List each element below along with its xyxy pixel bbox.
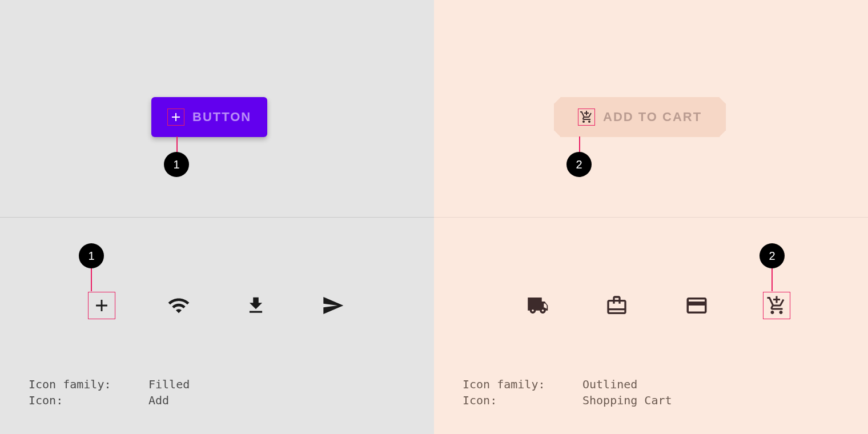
callout-line <box>91 268 92 291</box>
plus-icon <box>167 108 184 126</box>
callout-badge-1-row: 1 <box>79 243 104 268</box>
icon-spec-left: 1 Icon family: Filled Icon: <box>0 217 434 434</box>
meta-family-value: Outlined <box>582 376 637 392</box>
meta-icon-label: Icon: <box>29 392 148 408</box>
contained-button[interactable]: BUTTON <box>151 97 267 137</box>
meta-icon-value: Shopping Cart <box>582 392 672 408</box>
callout-line <box>771 268 773 291</box>
meta-family-value: Filled <box>148 376 190 392</box>
button-label: ADD TO CART <box>603 110 702 124</box>
callout-line <box>176 136 178 152</box>
button-label: BUTTON <box>192 110 251 124</box>
panel-outlined: ADD TO CART 2 2 Icon f <box>434 0 868 434</box>
add-to-cart-button[interactable]: ADD TO CART <box>554 97 726 137</box>
meta-family-label: Icon family: <box>29 376 148 392</box>
icon-spec-right: 2 Icon family: Outlined Icon: <box>434 217 868 434</box>
callout-badge-2: 2 <box>566 152 592 177</box>
credit-card-icon <box>683 292 710 319</box>
truck-icon <box>523 292 550 319</box>
plus-icon <box>88 292 115 319</box>
meta-right: Icon family: Outlined Icon: Shopping Car… <box>463 376 672 408</box>
wifi-icon <box>165 292 192 319</box>
icon-row-left <box>0 292 434 319</box>
briefcase-icon <box>603 292 630 319</box>
meta-family-label: Icon family: <box>463 376 582 392</box>
callout-badge-2-row: 2 <box>760 243 785 268</box>
add-shopping-cart-icon <box>578 108 595 126</box>
example-area-right: ADD TO CART 2 <box>434 0 868 217</box>
download-icon <box>242 292 270 319</box>
example-area-left: BUTTON 1 <box>0 0 434 217</box>
icon-row-right <box>434 292 868 319</box>
meta-icon-value: Add <box>148 392 169 408</box>
meta-left: Icon family: Filled Icon: Add <box>29 376 190 408</box>
add-shopping-cart-icon <box>763 292 790 319</box>
panel-filled: BUTTON 1 1 Icon family <box>0 0 434 434</box>
callout-line <box>579 136 580 152</box>
callout-badge-1: 1 <box>164 152 189 177</box>
send-icon <box>319 292 347 319</box>
meta-icon-label: Icon: <box>463 392 582 408</box>
